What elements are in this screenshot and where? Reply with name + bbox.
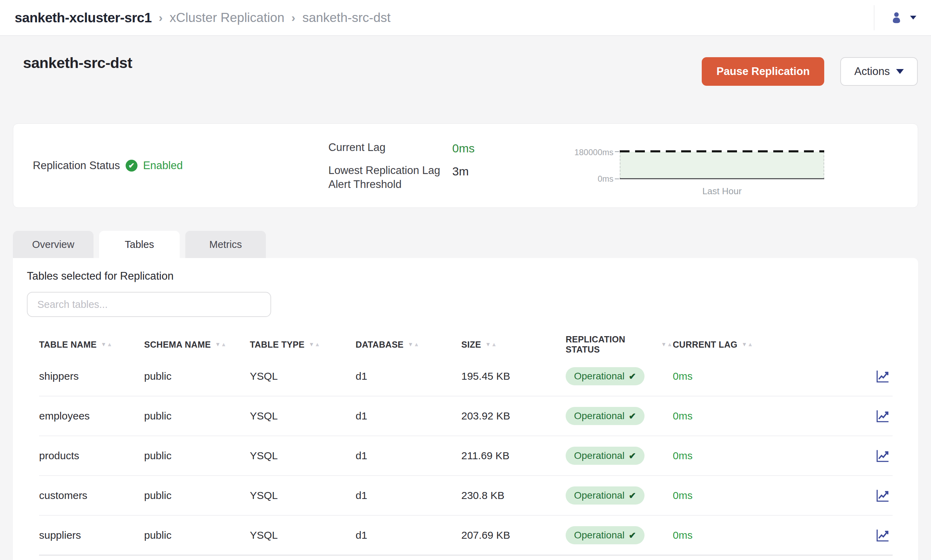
cell-table-type: YSQL	[250, 450, 356, 462]
sort-icons[interactable]: ▼▲	[741, 342, 754, 348]
tab-tables[interactable]: Tables	[99, 231, 180, 258]
panel-heading: Tables selected for Replication	[27, 270, 173, 282]
column-header[interactable]: DATABASE ▼▲	[356, 340, 461, 350]
sort-asc-icon: ▲	[748, 342, 754, 348]
cell-table-name: customers	[39, 489, 144, 502]
sort-asc-icon: ▲	[107, 342, 113, 348]
lag-threshold-value: 3m	[452, 163, 475, 192]
cell-table-name: suppliers	[39, 529, 144, 541]
cell-size: 211.69 KB	[461, 450, 566, 462]
cell-replication-status: Operational ✔	[566, 526, 673, 544]
lag-summary: Current Lag 0ms Lowest Replication Lag A…	[328, 140, 475, 192]
lag-current-line	[620, 178, 824, 179]
status-badge: Operational ✔	[566, 486, 644, 505]
cell-size: 207.69 KB	[461, 529, 566, 541]
column-header[interactable]: REPLICATION STATUS ▼▲	[566, 334, 673, 355]
current-lag-label: Current Lag	[328, 140, 452, 156]
chart-tick	[615, 178, 619, 179]
column-header[interactable]: SCHEMA NAME ▼▲	[144, 340, 250, 350]
chart-x-label: Last Hour	[620, 186, 824, 197]
breadcrumb: sanketh-xcluster-src1 › xCluster Replica…	[15, 10, 390, 25]
actions-button[interactable]: Actions	[840, 57, 918, 86]
table-row: employees public YSQL d1 203.92 KB Opera…	[39, 397, 892, 436]
cell-size: 203.92 KB	[461, 410, 566, 422]
table-row: suppliers public YSQL d1 207.69 KB Opera…	[39, 516, 892, 555]
sort-icons[interactable]: ▼▲	[309, 342, 321, 348]
cell-table-type: YSQL	[250, 529, 356, 541]
cell-replication-status: Operational ✔	[566, 447, 673, 465]
cell-replication-status: Operational ✔	[566, 367, 673, 385]
cell-table-type: YSQL	[250, 489, 356, 502]
cell-database: d1	[356, 370, 461, 382]
cell-size: 195.45 KB	[461, 370, 566, 382]
table-body: shippers public YSQL d1 195.45 KB Operat…	[39, 357, 892, 555]
chart-y-min-label: 0ms	[561, 174, 613, 184]
badge-check-icon: ✔	[629, 530, 636, 540]
cell-table-name: shippers	[39, 370, 144, 382]
sort-icons[interactable]: ▼▲	[215, 342, 227, 348]
breadcrumb-replication-name: sanketh-src-dst	[302, 11, 390, 25]
badge-check-icon: ✔	[629, 451, 636, 461]
cell-schema-name: public	[144, 489, 250, 502]
lag-chart-icon[interactable]	[874, 448, 891, 464]
current-lag-value: 0ms	[452, 140, 475, 156]
sort-desc-icon: ▼	[486, 342, 491, 348]
user-menu[interactable]	[874, 5, 916, 30]
tab-metrics[interactable]: Metrics	[185, 231, 266, 258]
lag-threshold-label: Lowest Replication Lag Alert Threshold	[328, 163, 452, 192]
badge-check-icon: ✔	[629, 491, 636, 501]
table-header-row: TABLE NAME ▼▲ SCHEMA NAME ▼▲ TABLE TYPE …	[39, 332, 892, 357]
column-header[interactable]: TABLE NAME ▼▲	[39, 340, 144, 350]
breadcrumb-universe[interactable]: sanketh-xcluster-src1	[15, 10, 152, 25]
sort-icons[interactable]: ▼▲	[486, 342, 497, 348]
status-badge: Operational ✔	[566, 526, 644, 544]
table-row: shippers public YSQL d1 195.45 KB Operat…	[39, 357, 892, 397]
cell-schema-name: public	[144, 370, 250, 382]
cell-current-lag: 0ms	[673, 410, 864, 422]
breadcrumb-separator: ›	[159, 11, 163, 25]
breadcrumb-separator: ›	[291, 11, 295, 25]
sort-asc-icon: ▲	[221, 342, 227, 348]
table-row: customers public YSQL d1 230.8 KB Operat…	[39, 476, 892, 516]
chart-y-max-label: 180000ms	[561, 148, 613, 157]
lag-chart-icon[interactable]	[874, 527, 891, 543]
cell-schema-name: public	[144, 410, 250, 422]
chart-tick	[615, 151, 619, 152]
cell-table-name: products	[39, 450, 144, 462]
lag-chart-icon[interactable]	[874, 488, 891, 503]
badge-check-icon: ✔	[629, 371, 636, 382]
actions-button-label: Actions	[854, 65, 890, 78]
status-check-icon: ✔	[126, 160, 137, 172]
sort-icons[interactable]: ▼▲	[408, 342, 420, 348]
cell-replication-status: Operational ✔	[566, 407, 673, 425]
column-header[interactable]: TABLE TYPE ▼▲	[250, 340, 356, 350]
page-title: sanketh-src-dst	[23, 54, 132, 71]
column-header[interactable]: SIZE ▼▲	[461, 340, 566, 350]
sort-asc-icon: ▲	[413, 342, 419, 348]
cell-schema-name: public	[144, 529, 250, 541]
cell-table-name: employees	[39, 410, 144, 422]
sort-desc-icon: ▼	[101, 342, 107, 348]
cell-current-lag: 0ms	[673, 529, 864, 541]
replication-tables-table: TABLE NAME ▼▲ SCHEMA NAME ▼▲ TABLE TYPE …	[39, 332, 892, 555]
cell-size: 230.8 KB	[461, 489, 566, 502]
cell-current-lag: 0ms	[673, 489, 864, 502]
actions-caret-icon	[896, 69, 904, 74]
cell-replication-status: Operational ✔	[566, 486, 673, 505]
sort-asc-icon: ▲	[667, 342, 673, 348]
lag-chart-icon[interactable]	[874, 368, 891, 384]
replication-status-value: Enabled	[143, 159, 183, 172]
pause-replication-button[interactable]: Pause Replication	[702, 57, 824, 86]
lag-chart-icon[interactable]	[874, 408, 891, 424]
replication-status-label: Replication Status	[33, 159, 120, 172]
column-header[interactable]: CURRENT LAG ▼▲	[673, 340, 864, 350]
sort-desc-icon: ▼	[408, 342, 414, 348]
search-tables-input[interactable]	[27, 292, 271, 317]
sort-desc-icon: ▼	[741, 342, 748, 348]
sort-icons[interactable]: ▼▲	[101, 342, 113, 348]
cell-database: d1	[356, 489, 461, 502]
sort-icons[interactable]: ▼▲	[661, 342, 673, 348]
breadcrumb-xcluster-replication[interactable]: xCluster Replication	[170, 11, 284, 25]
status-badge: Operational ✔	[566, 407, 644, 425]
tab-overview[interactable]: Overview	[13, 231, 94, 258]
